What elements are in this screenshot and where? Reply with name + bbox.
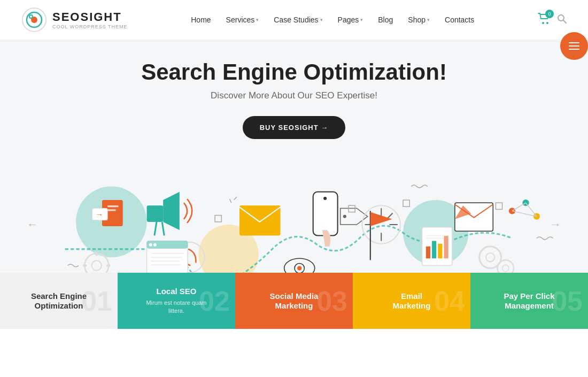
svg-point-56 [153, 243, 157, 247]
hero-subtitle: Discover More About Our SEO Expertise! [21, 90, 567, 101]
menu-line-2 [569, 45, 579, 47]
svg-point-45 [502, 265, 509, 271]
svg-rect-37 [432, 241, 436, 259]
nav-contacts[interactable]: Contacts [445, 16, 474, 24]
svg-line-18 [154, 222, 157, 236]
carousel-arrow-right[interactable]: → [550, 218, 561, 232]
tile-num-4: 05 [552, 287, 583, 315]
services-bar: 01 Search Engine Optimization 02 Local S… [0, 273, 588, 329]
tile-num-0: 01 [81, 287, 112, 315]
svg-rect-13 [107, 209, 115, 211]
svg-rect-75 [496, 203, 502, 209]
svg-rect-54 [147, 241, 188, 249]
tile-num-2: 03 [316, 287, 347, 315]
svg-rect-17 [147, 205, 164, 222]
svg-point-25 [343, 215, 346, 218]
search-button[interactable] [557, 14, 567, 26]
brand-tagline: COOL WORDPRESS THEME [52, 24, 128, 29]
svg-rect-68 [96, 252, 98, 256]
main-nav: Home Services▾ Case Studies▾ Pages▾ Blog… [191, 16, 474, 24]
search-icon [557, 14, 567, 24]
pages-dropdown-arrow: ▾ [360, 17, 363, 22]
service-tile-seo[interactable]: 01 Search Engine Optimization [0, 273, 118, 329]
cart-count: 0 [545, 10, 554, 18]
nav-home[interactable]: Home [191, 16, 211, 24]
logo-icon [21, 7, 47, 33]
tile-num-1: 02 [199, 287, 230, 315]
svg-rect-73 [349, 205, 355, 212]
menu-line-1 [569, 42, 579, 43]
hero-section: Search Engine Optimization! Discover Mor… [0, 40, 588, 329]
carousel-arrow-left[interactable]: ← [27, 218, 38, 232]
tile-num-3: 04 [434, 287, 465, 315]
svg-rect-70 [83, 264, 87, 266]
header: SEOSIGHT COOL WORDPRESS THEME Home Servi… [0, 0, 588, 40]
svg-point-3 [29, 15, 33, 18]
svg-rect-12 [107, 205, 118, 207]
svg-rect-39 [444, 235, 448, 258]
svg-point-5 [546, 22, 548, 24]
svg-rect-74 [403, 200, 409, 206]
logo-text: SEOSIGHT COOL WORDPRESS THEME [52, 10, 128, 29]
svg-point-67 [92, 260, 102, 270]
service-tile-email[interactable]: 04 Email Marketing [353, 273, 470, 329]
mobile-menu-button[interactable] [560, 32, 588, 60]
nav-shop[interactable]: Shop▾ [408, 16, 430, 24]
case-studies-dropdown-arrow: ▾ [320, 17, 323, 22]
svg-point-55 [149, 243, 152, 247]
service-tile-ppc[interactable]: 05 Pay Per Click Management [470, 273, 588, 329]
svg-line-22 [234, 197, 237, 200]
svg-rect-38 [438, 244, 442, 259]
cta-button[interactable]: BUY SEOSIGHT → [243, 116, 346, 139]
hero-title: Search Engine Optimization! [21, 59, 567, 85]
nav-pages[interactable]: Pages▾ [338, 16, 363, 24]
svg-point-24 [323, 197, 327, 200]
svg-rect-72 [215, 216, 221, 222]
svg-rect-71 [106, 264, 110, 266]
nav-blog[interactable]: Blog [378, 16, 393, 24]
svg-point-4 [542, 22, 544, 24]
nav-icons: 0 [538, 13, 567, 27]
svg-text:→: → [96, 210, 103, 219]
svg-rect-20 [239, 205, 281, 235]
svg-point-43 [486, 253, 494, 261]
svg-line-32 [387, 213, 392, 219]
svg-marker-16 [163, 192, 180, 230]
svg-rect-36 [426, 247, 430, 258]
svg-line-49 [512, 203, 526, 211]
svg-line-21 [230, 199, 231, 203]
menu-line-3 [569, 49, 579, 50]
nav-services[interactable]: Services▾ [226, 16, 259, 24]
svg-point-63 [297, 266, 301, 271]
shop-dropdown-arrow: ▾ [427, 17, 430, 22]
svg-line-7 [563, 20, 566, 23]
cart-button[interactable]: 0 [538, 13, 551, 27]
service-tile-local-seo[interactable]: 02 Local SEO Mirum est notare quam litte… [118, 273, 235, 329]
nav-case-studies[interactable]: Case Studies▾ [274, 16, 322, 24]
services-dropdown-arrow: ▾ [256, 17, 259, 22]
svg-line-19 [162, 222, 164, 236]
logo[interactable]: SEOSIGHT COOL WORDPRESS THEME [21, 7, 128, 33]
service-tile-social[interactable]: 03 Social Media Marketing [235, 273, 353, 329]
brand-name: SEOSIGHT [52, 10, 128, 24]
